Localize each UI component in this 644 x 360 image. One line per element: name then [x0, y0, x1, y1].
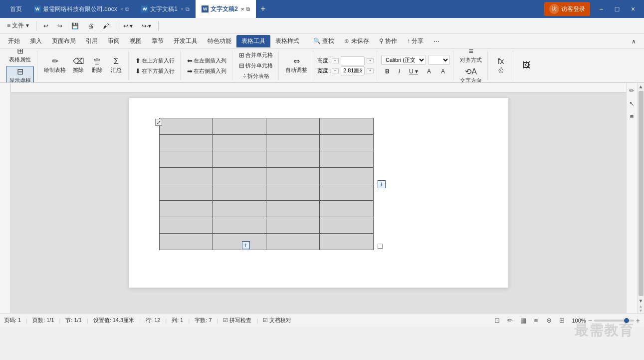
minimize-button[interactable]: −: [594, 2, 608, 16]
table-cell[interactable]: [159, 168, 213, 184]
table-cell[interactable]: [320, 234, 373, 250]
table-row[interactable]: [159, 168, 373, 184]
right-icon-pen[interactable]: ✏: [628, 86, 637, 95]
table-cell[interactable]: [320, 151, 373, 168]
table-cell[interactable]: [213, 234, 266, 250]
table-row[interactable]: [159, 118, 373, 135]
table-cell[interactable]: [320, 201, 373, 217]
tab-special[interactable]: 特色功能: [203, 35, 236, 47]
table-cell[interactable]: [266, 135, 320, 151]
restore-button[interactable]: □: [610, 2, 624, 16]
delete-btn[interactable]: 🗑 删除: [88, 56, 106, 75]
table-cell[interactable]: [320, 184, 373, 201]
doc-area[interactable]: ⤢: [11, 83, 626, 313]
table-cell[interactable]: [320, 168, 373, 184]
table-cell[interactable]: [159, 151, 213, 168]
doc-page[interactable]: ⤢: [129, 98, 508, 288]
tab-start[interactable]: 开始: [3, 35, 25, 47]
doc-tab-1[interactable]: W 最需网络科技有限公司.docx × ⧉: [28, 0, 135, 18]
table-cell[interactable]: [320, 118, 373, 135]
zoom-minus-btn[interactable]: −: [588, 317, 592, 325]
align-btn[interactable]: ≡ 对齐方式: [457, 49, 484, 65]
table-cell[interactable]: [266, 184, 320, 201]
new-tab-button[interactable]: +: [256, 2, 270, 16]
font-color-btn[interactable]: A: [424, 66, 435, 77]
doc1-close[interactable]: ×: [120, 6, 123, 12]
add-col-bottom-btn[interactable]: +: [242, 241, 250, 249]
text-direction-btn[interactable]: ⟲A 文字方向: [457, 66, 484, 83]
table-row[interactable]: [159, 135, 373, 151]
right-icon-settings[interactable]: ≡: [628, 112, 637, 121]
doc-tab-2[interactable]: W 文字文稿1 × ⧉: [135, 0, 196, 18]
insert-col-right-btn[interactable]: ➡ 在右侧插入列: [185, 66, 229, 76]
insert-row-above-btn[interactable]: ⬆ 在上方插入行: [133, 56, 177, 65]
table-cell[interactable]: [213, 135, 266, 151]
tab-dev[interactable]: 开发工具: [169, 35, 203, 47]
table-row[interactable]: [159, 184, 373, 201]
tab-insert[interactable]: 插入: [25, 35, 47, 47]
view-mode-page[interactable]: ▦: [518, 316, 528, 326]
table-cell[interactable]: [159, 217, 213, 234]
doc3-close[interactable]: ×: [241, 6, 244, 12]
table-cell[interactable]: [213, 184, 266, 201]
table-cell[interactable]: [266, 201, 320, 217]
table-cell[interactable]: [266, 234, 320, 250]
table-resize-handle[interactable]: [378, 244, 383, 249]
tab-table-tools[interactable]: 表格工具: [236, 35, 270, 47]
view-mode-list[interactable]: ≡: [531, 316, 541, 326]
table-row[interactable]: [159, 151, 373, 168]
menu-print[interactable]: 🖨: [84, 20, 98, 31]
tab-review[interactable]: 审阅: [103, 35, 125, 47]
font-size-select[interactable]: [428, 55, 450, 65]
image-btn[interactable]: 🖼: [517, 60, 535, 72]
table-cell[interactable]: [159, 118, 213, 135]
tab-more[interactable]: ⋯: [429, 36, 444, 47]
split-cells-btn[interactable]: ⊟ 拆分单元格: [236, 61, 275, 70]
height-input[interactable]: [341, 56, 365, 65]
tab-collapse[interactable]: ∧: [627, 36, 641, 47]
tab-view[interactable]: 视图: [125, 35, 147, 47]
table-row[interactable]: [159, 234, 373, 250]
scroll-up-btn[interactable]: ▲: [638, 83, 644, 90]
table-cell[interactable]: [159, 234, 213, 250]
auto-adjust-btn[interactable]: ⇔ 自动调整: [283, 56, 310, 75]
scroll-down-btn[interactable]: ▼: [638, 297, 644, 304]
tab-unsaved[interactable]: ⊙ 未保存: [339, 35, 374, 47]
split-table-btn[interactable]: ÷ 拆分表格: [240, 71, 271, 81]
add-row-right-btn[interactable]: +: [378, 180, 386, 188]
table-cell[interactable]: [159, 184, 213, 201]
table-cell[interactable]: [159, 135, 213, 151]
table-cell[interactable]: [213, 118, 266, 135]
view-mode-globe[interactable]: ⊕: [544, 316, 554, 326]
table-cell[interactable]: [266, 118, 320, 135]
table-cell[interactable]: [266, 168, 320, 184]
height-plus-btn[interactable]: +: [367, 58, 374, 63]
document-table[interactable]: [159, 118, 374, 250]
menu-copy-format[interactable]: 🖌: [99, 20, 113, 31]
table-cell[interactable]: [266, 151, 320, 168]
table-move-handle[interactable]: ⤢: [155, 119, 162, 126]
doc2-close[interactable]: ×: [181, 6, 184, 12]
tab-table-style[interactable]: 表格样式: [270, 35, 304, 47]
width-minus-btn[interactable]: −: [332, 68, 339, 73]
tab-references[interactable]: 引用: [81, 35, 103, 47]
spell-check[interactable]: ☑ 拼写检查: [223, 317, 251, 324]
view-mode-pen[interactable]: ✏: [505, 316, 515, 326]
fx-btn[interactable]: fx 公: [492, 56, 510, 75]
insert-col-left-btn[interactable]: ⬅ 在左侧插入列: [185, 56, 229, 65]
table-cell[interactable]: [213, 217, 266, 234]
menu-redo2[interactable]: ↪·▾: [138, 20, 155, 31]
width-plus-btn[interactable]: +: [367, 68, 374, 73]
table-row[interactable]: [159, 217, 373, 234]
zoom-slider-thumb[interactable]: [624, 318, 629, 323]
view-mode-grid[interactable]: ⊞: [557, 316, 567, 326]
erase-btn[interactable]: ⌫ 擦除: [69, 56, 87, 75]
login-button[interactable]: 访 访客登录: [544, 2, 590, 16]
table-cell[interactable]: [213, 168, 266, 184]
menu-redo[interactable]: ↪: [53, 20, 66, 31]
height-minus-btn[interactable]: −: [332, 58, 339, 63]
home-tab[interactable]: 首页: [4, 0, 28, 18]
right-icon-cursor[interactable]: ↖: [628, 99, 637, 108]
table-cell[interactable]: [320, 217, 373, 234]
table-properties-btn[interactable]: ⊞ 表格属性: [6, 49, 33, 65]
